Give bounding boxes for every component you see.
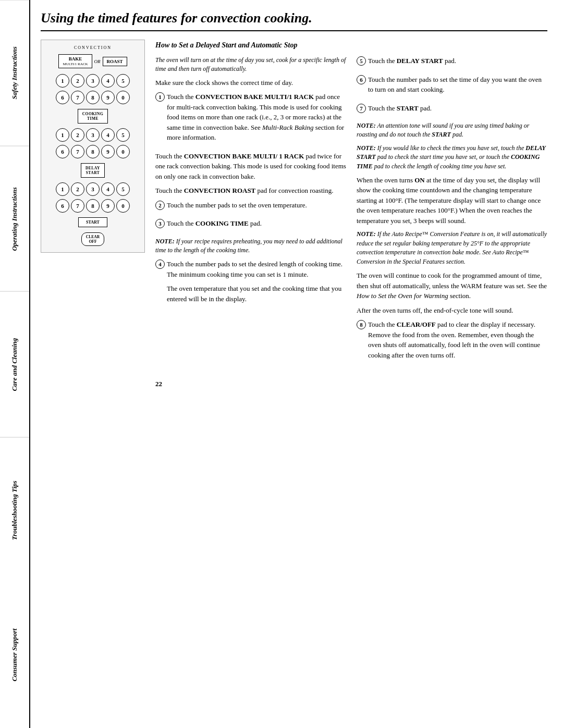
num-btn-2b[interactable]: 2	[71, 128, 84, 142]
step-8-content: Touch the CLEAR/OFF pad to clear the dis…	[368, 319, 547, 364]
oven-panel-column: CONVECTION BAKE MULTI/1 RACK OR ROAST 1 …	[41, 40, 145, 393]
two-column-layout: CONVECTION BAKE MULTI/1 RACK OR ROAST 1 …	[41, 40, 547, 393]
num-row-1-bot: 1 2 3 4 5	[56, 182, 130, 196]
step-8-num: 8	[357, 320, 366, 329]
sidebar: Safety Instructions Operating Instructio…	[0, 0, 30, 728]
step-3-row: 3 Touch the COOKING TIME pad.	[155, 218, 346, 233]
sidebar-item-consumer[interactable]: Consumer Support	[0, 583, 29, 728]
after-off-text: After the oven turns off, the end-of-cyc…	[357, 305, 547, 316]
step-5-row: 5 Touch the DELAY START pad.	[357, 56, 547, 70]
num-btn-1b[interactable]: 1	[56, 128, 69, 142]
section-subtitle: How to Set a Delayed Start and Automatic…	[155, 40, 547, 51]
convection-label: CONVECTION	[74, 45, 112, 50]
num-row-1-top: 1 2 3 4 5	[56, 74, 130, 88]
make-sure-text: Make sure the clock shows the correct ti…	[155, 78, 346, 88]
num-btn-0b[interactable]: 0	[116, 145, 130, 158]
cooking-time-button[interactable]: COOKINGTIME	[78, 109, 108, 124]
clear-off-button[interactable]: CLEAROFF	[81, 232, 104, 246]
step-1-row: 1 Touch the CONVECTION BAKE MULTI/1 RACK…	[155, 92, 346, 147]
step-6-num: 6	[357, 75, 366, 84]
step-7-num: 7	[357, 104, 366, 113]
num-btn-2c[interactable]: 2	[71, 182, 84, 196]
roast-button[interactable]: ROAST	[103, 57, 127, 66]
main-content: Using the timed features for convection …	[30, 0, 563, 728]
num-btn-1[interactable]: 1	[56, 74, 69, 88]
num-btn-0c[interactable]: 0	[116, 199, 130, 213]
num-btn-6c[interactable]: 6	[56, 199, 69, 213]
num-row-1-mid: 1 2 3 4 5	[56, 128, 130, 142]
num-btn-4b[interactable]: 4	[101, 128, 115, 142]
sidebar-item-troubleshooting[interactable]: Troubleshooting Tips	[0, 437, 29, 583]
num-btn-7[interactable]: 7	[71, 91, 84, 104]
num-btn-0[interactable]: 0	[116, 91, 130, 104]
step-touch-roast: Touch the CONVECTION ROAST pad for conve…	[155, 186, 346, 196]
delay-start-button[interactable]: DELAYSTART	[81, 163, 105, 178]
or-label: OR	[94, 59, 101, 64]
num-btn-2[interactable]: 2	[71, 74, 84, 88]
sidebar-item-care[interactable]: Care and Cleaning	[0, 291, 29, 437]
oven-panel: CONVECTION BAKE MULTI/1 RACK OR ROAST 1 …	[41, 40, 145, 253]
step-2-num: 2	[155, 201, 165, 210]
step-1-num: 1	[155, 92, 165, 102]
step-touch-twice: Touch the CONVECTION BAKE MULTI/ 1 RACK …	[155, 151, 346, 182]
step-2-content: Touch the number pads to set the oven te…	[167, 200, 346, 215]
num-btn-3c[interactable]: 3	[86, 182, 100, 196]
bake-button[interactable]: BAKE MULTI/1 RACK	[58, 54, 92, 68]
num-btn-4[interactable]: 4	[101, 74, 115, 88]
num-btn-4c[interactable]: 4	[101, 182, 115, 196]
main-text-area: The oven will turn on at the time of day…	[155, 56, 547, 368]
text-left: The oven will turn on at the time of day…	[155, 56, 346, 368]
step-8-row: 8 Touch the CLEAR/OFF pad to clear the d…	[357, 319, 547, 364]
num-btn-7b[interactable]: 7	[71, 145, 84, 158]
num-btn-9c[interactable]: 9	[101, 199, 115, 213]
right-column: How to Set a Delayed Start and Automatic…	[155, 40, 547, 393]
num-btn-3[interactable]: 3	[86, 74, 100, 88]
note-2: NOTE: An attention tone will sound if yo…	[357, 121, 547, 140]
num-btn-1c[interactable]: 1	[56, 182, 69, 196]
num-btn-5c[interactable]: 5	[116, 182, 130, 196]
step-3-num: 3	[155, 219, 165, 228]
step-4-content: Touch the number pads to set the desired…	[167, 259, 346, 308]
page-title: Using the timed features for convection …	[41, 10, 547, 31]
num-btn-8c[interactable]: 8	[86, 199, 100, 213]
note-4: NOTE: If the Auto Recipe™ Conversion Fea…	[357, 230, 547, 266]
num-btn-9[interactable]: 9	[101, 91, 115, 104]
intro-italic: The oven will turn on at the time of day…	[155, 56, 346, 73]
num-btn-8b[interactable]: 8	[86, 145, 100, 158]
num-btn-6[interactable]: 6	[56, 91, 69, 104]
num-btn-3b[interactable]: 3	[86, 128, 100, 142]
num-row-2-top: 6 7 8 9 0	[56, 91, 130, 104]
step-5-num: 5	[357, 56, 366, 66]
step-7-row: 7 Touch the START pad.	[357, 103, 547, 118]
step-4-row: 4 Touch the number pads to set the desir…	[155, 259, 346, 308]
step-3-content: Touch the COOKING TIME pad.	[167, 218, 346, 233]
step-7-content: Touch the START pad.	[368, 103, 547, 118]
step-1-content: Touch the CONVECTION BAKE MULTI/1 RACK p…	[167, 92, 346, 147]
note-3: NOTE: If you would like to check the tim…	[357, 144, 547, 171]
text-right: 5 Touch the DELAY START pad. 6 Touch the…	[357, 56, 547, 368]
continue-cook-text: The oven will continue to cook for the p…	[357, 270, 547, 301]
sidebar-item-safety[interactable]: Safety Instructions	[0, 0, 29, 146]
step-2-row: 2 Touch the number pads to set the oven …	[155, 200, 346, 215]
num-btn-9b[interactable]: 9	[101, 145, 115, 158]
step-4-num: 4	[155, 260, 165, 269]
num-btn-8[interactable]: 8	[86, 91, 100, 104]
bake-roast-row: BAKE MULTI/1 RACK OR ROAST	[58, 54, 127, 68]
step-6-row: 6 Touch the number pads to set the time …	[357, 75, 547, 99]
num-btn-5[interactable]: 5	[116, 74, 130, 88]
num-btn-7c[interactable]: 7	[71, 199, 84, 213]
step-5-content: Touch the DELAY START pad.	[368, 56, 547, 70]
when-on-text: When the oven turns ON at the time of da…	[357, 175, 547, 226]
start-button[interactable]: START	[78, 217, 107, 227]
note-1: NOTE: If your recipe requires preheating…	[155, 237, 346, 255]
num-btn-5b[interactable]: 5	[116, 128, 130, 142]
sidebar-item-operating[interactable]: Operating Instructions	[0, 146, 29, 292]
step-6-content: Touch the number pads to set the time of…	[368, 75, 547, 99]
page-number: 22	[155, 379, 547, 389]
num-row-2-mid: 6 7 8 9 0	[56, 145, 130, 158]
num-btn-6b[interactable]: 6	[56, 145, 69, 158]
num-row-2-bot: 6 7 8 9 0	[56, 199, 130, 213]
